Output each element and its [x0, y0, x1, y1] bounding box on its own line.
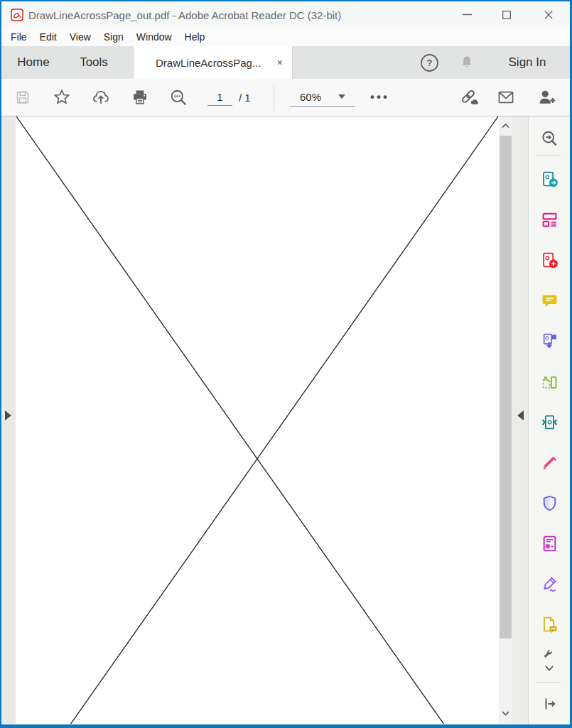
person-add-icon[interactable] — [536, 87, 556, 107]
print-icon[interactable] — [131, 88, 149, 107]
edit-pdf-icon[interactable] — [537, 209, 561, 230]
menu-sign[interactable]: Sign — [97, 29, 130, 45]
zoom-level-select[interactable]: 60% — [290, 87, 355, 107]
tab-home[interactable]: Home — [1, 46, 65, 79]
toolbar: / 1 60% ••• — [1, 79, 570, 116]
tools-rail — [529, 116, 570, 724]
tab-tools[interactable]: Tools — [65, 46, 122, 79]
collapse-tools-pane-icon[interactable] — [517, 411, 524, 420]
maximize-button[interactable] — [490, 1, 523, 28]
favorite-star-icon[interactable] — [53, 88, 71, 107]
menu-bar: File Edit View Sign Window Help — [1, 28, 570, 46]
zoom-search-icon[interactable] — [169, 88, 188, 107]
pdf-page[interactable] — [16, 116, 499, 724]
menu-edit[interactable]: Edit — [33, 29, 63, 45]
document-tab-close-icon[interactable]: × — [277, 57, 292, 68]
vertical-scrollbar[interactable] — [499, 116, 512, 724]
minimize-button[interactable] — [450, 1, 483, 28]
redact-icon[interactable] — [537, 452, 561, 473]
menu-window[interactable]: Window — [130, 29, 178, 45]
prepare-form-icon[interactable] — [537, 533, 561, 554]
rail-divider — [536, 682, 561, 683]
tools-pane-handle — [512, 116, 529, 724]
share-link-icon[interactable] — [458, 87, 480, 107]
comment-icon[interactable] — [537, 290, 561, 311]
help-icon[interactable]: ? — [420, 53, 439, 72]
protect-icon[interactable] — [537, 492, 561, 514]
rail-divider — [536, 155, 561, 156]
more-options-icon[interactable]: ••• — [370, 90, 389, 104]
tab-bar: Home Tools DrawLineAcrossPag... × ? Sign… — [1, 46, 570, 79]
menu-help[interactable]: Help — [178, 29, 212, 45]
menu-file[interactable]: File — [4, 29, 33, 45]
close-button[interactable] — [532, 1, 565, 28]
menu-view[interactable]: View — [63, 29, 97, 45]
document-tab-label: DrawLineAcrossPag... — [156, 57, 261, 69]
window-title: DrawLineAcrossPage_out.pdf - Adobe Acrob… — [28, 9, 341, 21]
export-pdf-icon[interactable] — [537, 168, 561, 190]
chevron-down-icon — [338, 94, 345, 99]
send-for-comments-icon[interactable] — [537, 614, 561, 635]
left-pane-gutter — [1, 116, 16, 724]
acrobat-window: DrawLineAcrossPage_out.pdf - Adobe Acrob… — [0, 0, 572, 728]
zoom-level-value: 60% — [300, 91, 321, 103]
content-area — [1, 116, 570, 724]
page-number-input[interactable] — [207, 89, 232, 106]
title-bar: DrawLineAcrossPage_out.pdf - Adobe Acrob… — [1, 1, 570, 28]
page-count-label: / 1 — [239, 79, 251, 116]
notifications-bell-icon[interactable] — [458, 54, 476, 71]
compress-pdf-icon[interactable] — [537, 411, 561, 433]
email-icon[interactable] — [495, 88, 517, 107]
acrobat-logo-icon — [11, 9, 23, 24]
scroll-up-icon[interactable] — [500, 120, 512, 133]
toolbar-divider — [274, 85, 274, 111]
expand-navigation-pane-icon[interactable] — [5, 411, 11, 420]
create-pdf-icon[interactable] — [537, 249, 561, 271]
scrollbar-thumb[interactable] — [500, 136, 512, 639]
svg-text:?: ? — [427, 58, 433, 68]
search-tools-icon[interactable] — [537, 128, 561, 149]
scroll-down-icon[interactable] — [500, 707, 512, 720]
cloud-upload-icon[interactable] — [91, 88, 111, 107]
expand-tools-pane-icon[interactable] — [537, 693, 561, 715]
more-tools-icon[interactable] — [537, 648, 561, 662]
organize-pages-icon[interactable] — [537, 371, 561, 392]
tab-document-active[interactable]: DrawLineAcrossPag... × — [133, 46, 293, 79]
rail-chevron-down-icon[interactable] — [537, 663, 561, 673]
fill-and-sign-icon[interactable] — [537, 573, 561, 594]
sign-in-button[interactable]: Sign In — [492, 46, 563, 79]
save-icon[interactable] — [14, 89, 31, 106]
diagonal-cross-lines — [16, 116, 499, 724]
combine-files-icon[interactable] — [537, 330, 561, 352]
